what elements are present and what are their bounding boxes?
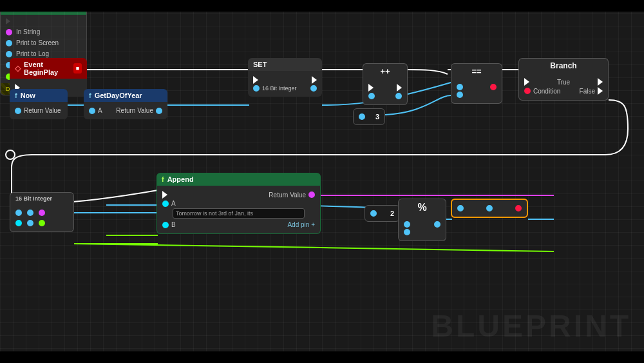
equal-title: == (471, 66, 481, 76)
branch-title: Branch (550, 61, 576, 70)
modulo-out-pin[interactable] (434, 221, 440, 228)
orange-box-pin3[interactable] (515, 205, 522, 211)
increment-exec-in[interactable] (368, 84, 374, 92)
increment-out-pin[interactable] (395, 93, 402, 99)
num3-value: 3 (375, 113, 379, 121)
branch-condition-pin[interactable] (524, 88, 531, 94)
branch-false-label: False (580, 88, 595, 95)
append-exec-in[interactable] (162, 191, 167, 199)
branch-condition-label: Condition (533, 88, 560, 95)
append-prefix: f (162, 175, 164, 183)
append-a-label: A (171, 200, 176, 207)
set-out-pin[interactable] (310, 85, 317, 92)
node-get-day-of-year[interactable]: f GetDayOfYear A Return Value (84, 89, 167, 119)
16bit-pin3[interactable] (39, 210, 45, 216)
left-edge-connector (5, 150, 15, 160)
append-title: Append (167, 175, 194, 183)
append-addpin-label[interactable]: Add pin + (287, 221, 315, 228)
16bit-title: 16 Bit Integer (15, 195, 52, 202)
branch-false-out[interactable] (598, 87, 603, 95)
set-exec-out[interactable] (312, 76, 317, 84)
num2-pin[interactable] (370, 210, 377, 217)
modulo-title: % (417, 202, 426, 213)
node-num2[interactable]: 2 (365, 205, 400, 222)
bottom-bar (0, 351, 644, 363)
blueprint-watermark: BLUEPRINT (431, 308, 631, 344)
node-branch[interactable]: Branch True Condition False (518, 58, 609, 101)
branch-exec-in[interactable] (524, 78, 529, 86)
set-label: 16 Bit Integer (262, 85, 297, 92)
branch-true-out[interactable] (598, 78, 603, 86)
now-return-label: Return Value (24, 107, 61, 114)
event-begin-badge: ■ (73, 63, 82, 74)
branch-true-label: True (557, 79, 570, 86)
now-prefix: f (15, 92, 17, 99)
append-b-label: B (171, 221, 176, 228)
node-now[interactable]: f Now Return Value (10, 89, 68, 119)
append-text-value[interactable]: Tomorrow is not 3rd of Jan, its (173, 208, 305, 219)
event-begin-icon: ◇ (15, 64, 21, 73)
node-set[interactable]: SET 16 Bit Integer (248, 58, 322, 97)
equal-out-pin[interactable] (490, 84, 497, 90)
getday-a-pin[interactable] (89, 108, 95, 114)
append-return-pin[interactable] (308, 191, 315, 198)
getday-prefix: f (89, 92, 91, 99)
getday-a-label: A (98, 107, 102, 114)
set-title: SET (253, 61, 267, 68)
getday-return-label: Return Value (116, 107, 153, 114)
node-append[interactable]: f Append Return Value A Tomorrow is not … (156, 173, 321, 234)
16bit-pin5[interactable] (27, 220, 33, 226)
orange-box-pin2[interactable] (486, 205, 493, 211)
modulo-b-pin[interactable] (404, 229, 410, 235)
node-increment[interactable]: ++ (363, 63, 408, 105)
node-16bit-bottom[interactable]: 16 Bit Integer (10, 192, 74, 232)
node-modulo[interactable]: % (398, 199, 446, 241)
now-title: Now (21, 92, 35, 99)
16bit-pin4[interactable] (15, 220, 22, 226)
increment-title: ++ (380, 66, 390, 76)
set-value-pin[interactable] (253, 85, 260, 92)
16bit-pin2[interactable] (27, 210, 33, 216)
16bit-pin6[interactable] (39, 220, 45, 226)
equal-b-pin[interactable] (457, 92, 463, 98)
now-return-pin[interactable] (15, 108, 21, 114)
getday-title: GetDayOfYear (95, 92, 142, 99)
append-a-pin[interactable] (162, 201, 169, 207)
orange-box-pin1[interactable] (457, 205, 464, 211)
getday-return-pin[interactable] (156, 108, 162, 114)
increment-in-pin[interactable] (368, 93, 375, 99)
append-b-pin[interactable] (162, 222, 169, 228)
node-equal[interactable]: == (451, 63, 502, 104)
append-return-label: Return Value (269, 191, 306, 199)
set-exec-in[interactable] (253, 76, 258, 84)
num2-value: 2 (390, 210, 394, 217)
event-begin-title: Event BeginPlay (24, 61, 70, 76)
node-orange-box[interactable] (451, 199, 528, 218)
equal-a-pin[interactable] (457, 84, 463, 90)
top-bar (0, 0, 644, 12)
num3-pin[interactable] (359, 113, 365, 120)
modulo-a-pin[interactable] (404, 221, 410, 228)
16bit-pin1[interactable] (15, 210, 22, 216)
increment-exec-out[interactable] (397, 84, 402, 92)
node-num3[interactable]: 3 (353, 108, 385, 125)
